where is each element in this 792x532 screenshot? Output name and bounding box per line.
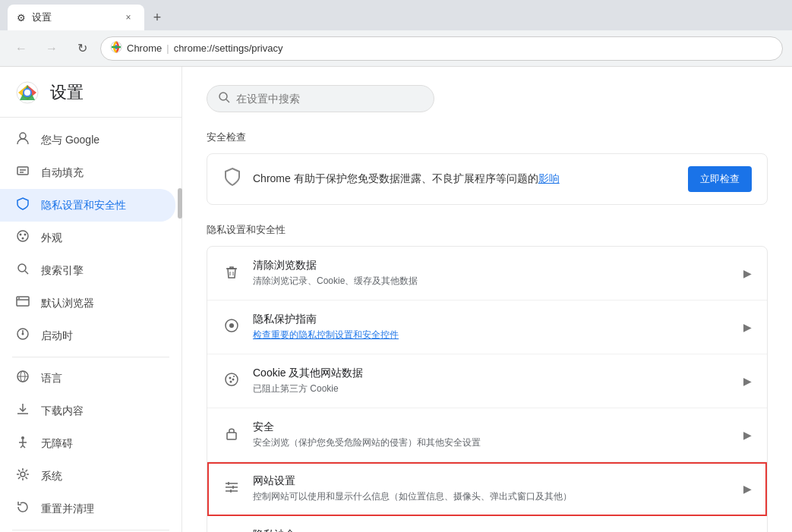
sidebar-item-accessibility[interactable]: 无障碍: [0, 427, 175, 460]
svg-point-12: [24, 234, 27, 236]
svg-point-44: [230, 380, 232, 382]
svg-point-6: [20, 133, 26, 139]
cookie-icon: [222, 372, 241, 391]
safety-description-text: Chrome 有助于保护您免受数据泄露、不良扩展程序等问题的: [253, 172, 538, 184]
privacy-item-site-settings[interactable]: ➜ 网站设置 控制网站可以使用和显示什么信息（如位置信息、摄像头、弹出式窗口及其…: [207, 462, 767, 516]
address-chrome-text: Chrome: [127, 42, 162, 54]
safety-shield-icon: [222, 167, 242, 191]
safety-check-title: 安全检查: [207, 131, 768, 144]
sidebar: 设置 您与 Google 自动填充: [0, 67, 182, 532]
active-tab[interactable]: ⚙ 设置 ×: [8, 5, 144, 30]
privacy-item-cookies[interactable]: Cookie 及其他网站数据 已阻止第三方 Cookie ▶: [207, 354, 767, 408]
sidebar-wrapper: 设置 您与 Google 自动填充: [0, 67, 182, 532]
check-now-button[interactable]: 立即检查: [688, 166, 752, 192]
clear-browsing-title: 清除浏览数据: [253, 259, 731, 272]
sidebar-divider-1: [12, 357, 169, 357]
safety-link: 影响: [538, 172, 560, 184]
svg-point-34: [219, 93, 227, 100]
cookies-content: Cookie 及其他网站数据 已阻止第三方 Cookie: [253, 367, 731, 395]
sidebar-item-privacy[interactable]: 隐私设置和安全性: [0, 189, 175, 222]
address-separator: |: [166, 42, 169, 54]
sidebar-label-accessibility: 无障碍: [41, 437, 73, 451]
svg-point-18: [18, 297, 20, 299]
arrow-icon-3: ▶: [743, 375, 752, 387]
trash-icon: [222, 264, 241, 283]
accessibility-icon: [15, 435, 30, 452]
palette-icon: [15, 229, 30, 247]
sidebar-label-browser: 默认浏览器: [41, 297, 94, 310]
forward-button[interactable]: →: [39, 36, 64, 61]
chrome-logo-icon: [15, 80, 39, 105]
svg-point-10: [17, 231, 28, 241]
browser-frame: ⚙ 设置 × + ← → ↻ Chrome | chrome://setting: [0, 0, 792, 532]
startup-icon: [15, 327, 30, 345]
sidebar-label-google: 您与 Google: [41, 134, 99, 147]
sidebar-scrollbar[interactable]: [178, 188, 182, 219]
privacy-item-security[interactable]: 安全 安全浏览（保护您免受危险网站的侵害）和其他安全设置 ▶: [207, 408, 767, 462]
svg-rect-7: [17, 167, 28, 175]
privacy-guide-icon: [222, 318, 241, 337]
download-icon: [15, 402, 30, 420]
security-subtitle: 安全浏览（保护您免受危险网站的侵害）和其他安全设置: [253, 436, 731, 449]
cookies-title: Cookie 及其他网站数据: [253, 367, 731, 380]
sandbox-content: 隐私沙盒 还用新功能已开启: [253, 528, 729, 532]
svg-point-42: [229, 376, 232, 379]
system-icon: [15, 467, 30, 485]
sidebar-item-startup[interactable]: 启动时: [0, 320, 175, 352]
sidebar-item-search[interactable]: 搜索引擎: [0, 254, 175, 287]
sidebar-label-appearance: 外观: [41, 231, 62, 245]
svg-point-32: [21, 472, 25, 477]
chrome-logo-icon: [110, 41, 122, 55]
sidebar-item-downloads[interactable]: 下载内容: [0, 395, 175, 427]
svg-point-40: [229, 323, 234, 328]
sidebar-item-google[interactable]: 您与 Google: [0, 124, 175, 156]
privacy-item-guide[interactable]: 隐私保护指南 检查重要的隐私控制设置和安全控件 ▶: [207, 301, 767, 354]
tab-close-button[interactable]: ×: [121, 11, 135, 24]
privacy-item-sandbox[interactable]: 隐私沙盒 还用新功能已开启: [207, 516, 767, 532]
svg-point-43: [232, 378, 235, 380]
arrow-icon-4: ▶: [743, 429, 752, 441]
reset-icon: [15, 500, 30, 518]
sidebar-item-appearance[interactable]: 外观: [0, 222, 175, 254]
sandbox-title: 隐私沙盒: [253, 528, 729, 532]
privacy-guide-title: 隐私保护指南: [253, 313, 731, 326]
site-settings-title: 网站设置: [253, 474, 731, 488]
svg-line-31: [23, 445, 25, 448]
svg-point-21: [22, 333, 24, 335]
sidebar-item-language[interactable]: 语言: [0, 362, 175, 395]
privacy-item-clear-browsing[interactable]: 清除浏览数据 清除浏览记录、Cookie、缓存及其他数据 ▶: [207, 247, 767, 301]
svg-point-13: [22, 238, 24, 240]
sidebar-label-autofill: 自动填充: [41, 166, 84, 180]
back-button[interactable]: ←: [9, 36, 33, 61]
svg-line-35: [226, 99, 229, 102]
sidebar-label-language: 语言: [41, 372, 62, 386]
main-content: 安全检查 Chrome 有助于保护您免受数据泄露、不良扩展程序等问题的影响 立即…: [182, 67, 792, 532]
sidebar-item-autofill[interactable]: 自动填充: [0, 156, 175, 189]
browser-icon: [15, 294, 30, 312]
arrow-icon-2: ▶: [743, 321, 752, 333]
svg-rect-46: [227, 433, 236, 439]
settings-search-input[interactable]: [236, 93, 411, 105]
tab-settings-icon: ⚙: [17, 12, 26, 24]
settings-title: 设置: [50, 81, 84, 104]
security-content: 安全 安全浏览（保护您免受危险网站的侵害）和其他安全设置: [253, 420, 731, 449]
sidebar-item-system[interactable]: 系统: [0, 460, 175, 493]
sidebar-item-reset[interactable]: 重置并清理: [0, 493, 175, 525]
sidebar-label-privacy: 隐私设置和安全性: [41, 199, 126, 212]
sidebar-label-reset: 重置并清理: [41, 502, 94, 516]
security-title: 安全: [253, 420, 731, 434]
sidebar-header: 设置: [0, 67, 181, 118]
search-bar-wrapper: [207, 85, 768, 124]
clear-browsing-subtitle: 清除浏览记录、Cookie、缓存及其他数据: [253, 275, 731, 288]
address-bar[interactable]: Chrome | chrome://settings/privacy: [100, 36, 783, 61]
site-settings-content: 网站设置 控制网站可以使用和显示什么信息（如位置信息、摄像头、弹出式窗口及其他）: [253, 474, 731, 503]
new-tab-button[interactable]: +: [144, 5, 170, 30]
sidebar-item-browser[interactable]: 默认浏览器: [0, 287, 175, 320]
settings-search-bar[interactable]: [207, 85, 434, 112]
svg-line-15: [25, 271, 28, 274]
refresh-button[interactable]: ↻: [70, 36, 94, 61]
svg-point-11: [20, 234, 22, 236]
sidebar-divider-2: [12, 530, 169, 530]
shield-icon: [15, 197, 30, 214]
svg-point-14: [18, 264, 26, 272]
